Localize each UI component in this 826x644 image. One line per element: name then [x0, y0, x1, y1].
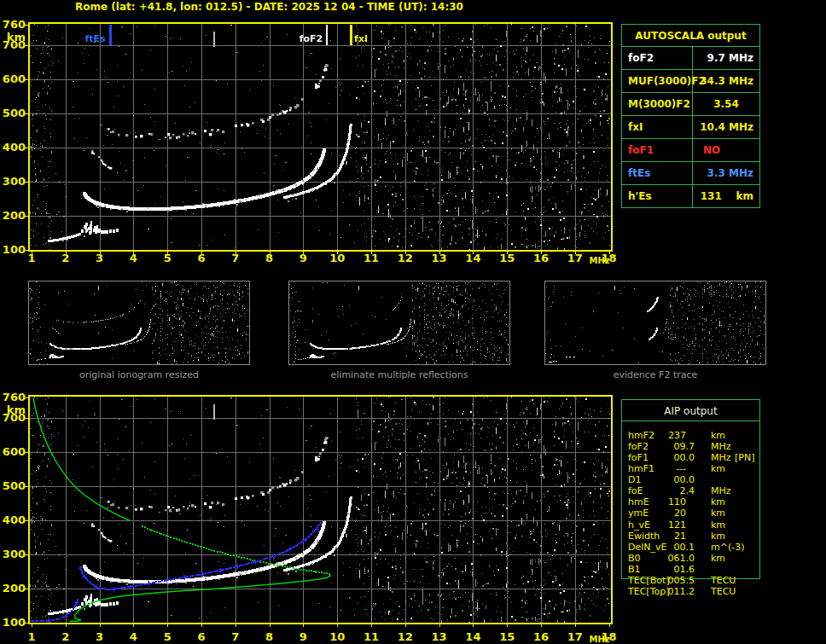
row-label: fxI	[622, 116, 693, 138]
row-value: 005.5	[638, 575, 695, 586]
fof2-marker-label: foF2	[297, 34, 323, 44]
x-axis-tick	[66, 251, 67, 254]
row-value: 00.1	[638, 542, 695, 553]
aip-table-body: hmF2237kmfoF209.7MHzfoF100.0MHz[PN]hmF1-…	[621, 399, 760, 612]
x-tick-label: 10	[329, 252, 345, 264]
y-axis-tick	[25, 148, 28, 148]
x-tick-label: 1	[27, 252, 35, 264]
x-tick-label: 5	[164, 631, 172, 643]
fxi-marker-line	[350, 25, 352, 45]
x-axis-tick	[541, 251, 542, 254]
aip-row-fof2: foF209.7MHz	[621, 441, 760, 452]
y-axis-tick	[25, 216, 28, 217]
y-tick-label: 400	[0, 514, 26, 526]
aip-row-fof1: foF100.0MHz[PN]	[621, 452, 760, 463]
row-unit: km	[711, 463, 725, 474]
x-tick-label: 15	[499, 631, 515, 643]
row-value: ---	[638, 463, 686, 474]
y-tick-label: 200	[0, 583, 26, 595]
autoscala-window: Rome (lat: +41.8, lon: 012.5) - DATE: 20…	[0, 0, 826, 644]
x-tick-label: 16	[533, 631, 549, 643]
y-tick-label: 400	[0, 142, 26, 154]
row-value: 061.0	[638, 553, 695, 564]
row-unit: TECU	[711, 575, 736, 586]
autoscala-row-fxi: fxI10.4 MHz	[622, 115, 759, 138]
x-tick-label: 8	[265, 252, 273, 264]
row-unit: TECU	[711, 586, 736, 597]
row-unit: m^(-3)	[711, 542, 744, 553]
x-tick-label: 11	[364, 631, 379, 643]
autoscala-row-muf3000f2: MUF(3000)F234.3 MHz	[622, 69, 759, 92]
x-axis-tick	[167, 624, 168, 627]
row-unit: km	[711, 553, 725, 564]
x-tick-label: 6	[197, 252, 205, 264]
row-value: 34.3 MHz	[693, 70, 759, 92]
x-axis-tick	[133, 624, 134, 627]
y-axis-tick	[25, 418, 28, 419]
row-label: MUF(3000)F2	[622, 70, 693, 92]
row-unit: MHz	[711, 441, 731, 452]
y-tick-label: 100	[0, 244, 26, 256]
thumbnail-caption-f2: evidence F2 trace	[614, 369, 698, 380]
x-axis-tick	[100, 624, 101, 627]
y-axis-tick	[25, 79, 28, 80]
x-axis-tick	[167, 251, 168, 254]
x-tick-label: 7	[231, 252, 239, 264]
x-tick-label: 2	[61, 252, 69, 264]
x-tick-label: 5	[164, 252, 172, 264]
x-axis-tick	[609, 624, 610, 627]
ftes-marker-label: ftEs	[80, 34, 106, 44]
bottom-ionogram-plot	[30, 397, 611, 623]
x-axis-tick	[439, 624, 440, 627]
x-tick-label: 14	[465, 631, 480, 643]
autoscala-row-hes: h'Es131 km	[622, 184, 759, 207]
row-label: ftEs	[622, 162, 693, 184]
row-unit: km	[711, 531, 725, 542]
row-value: 21	[638, 531, 686, 542]
row-value: 110	[638, 496, 686, 508]
y-axis-tick	[25, 589, 28, 589]
x-axis-tick	[473, 251, 474, 254]
y-axis-tick	[25, 25, 28, 26]
thumbnail-f2-trace	[545, 281, 765, 364]
y-axis-unit-label: km	[0, 404, 26, 416]
aip-row-b0: B0061.0km	[621, 553, 760, 564]
y-tick-label: 500	[0, 480, 26, 492]
row-value: 3.54	[693, 93, 759, 115]
row-value: 10.4 MHz	[693, 116, 759, 138]
row-unit: km	[711, 430, 725, 441]
x-tick-label: 12	[398, 631, 413, 643]
y-tick-label: 600	[0, 446, 26, 458]
aip-row-yme: ymE20km	[621, 508, 760, 519]
autoscala-output-table: AUTOSCALA output foF29.7 MHzMUF(3000)F23…	[621, 24, 760, 208]
fof2-marker-line	[326, 25, 328, 45]
row-unit: km	[711, 496, 725, 508]
thumbnail-caption-original: original ionogram resized	[79, 369, 199, 380]
x-tick-label: 13	[432, 631, 447, 643]
x-axis-tick	[439, 251, 440, 254]
x-axis-tick	[303, 251, 304, 254]
thumbnail-original-ionogram-frame	[28, 281, 250, 365]
top-ionogram-frame	[28, 22, 613, 252]
autoscala-row-fof2: foF29.7 MHz	[622, 47, 759, 69]
y-axis-tick	[25, 250, 28, 251]
x-axis-tick	[575, 624, 576, 627]
row-value: 01.6	[638, 564, 695, 575]
x-tick-label: 9	[300, 631, 307, 643]
autoscala-table-body: foF29.7 MHzMUF(3000)F234.3 MHzM(3000)F23…	[622, 47, 759, 207]
row-value: 3.3 MHz	[693, 162, 759, 184]
x-axis-tick	[201, 251, 202, 254]
row-unit: km	[711, 519, 725, 531]
row-label: M(3000)F2	[622, 93, 693, 115]
x-axis-tick	[303, 624, 304, 627]
row-value: NO	[693, 139, 759, 161]
row-value: 00.0	[638, 474, 695, 485]
y-tick-label: 300	[0, 548, 26, 560]
row-value: 20	[638, 508, 686, 519]
autoscala-row-fof1: foF1NO	[622, 138, 759, 161]
row-note: [PN]	[735, 452, 754, 463]
x-tick-label: 17	[567, 252, 583, 264]
aip-row-delnve: DelN_vE00.1m^(-3)	[621, 542, 760, 553]
y-axis-tick	[25, 554, 28, 555]
x-axis-tick	[371, 251, 372, 254]
